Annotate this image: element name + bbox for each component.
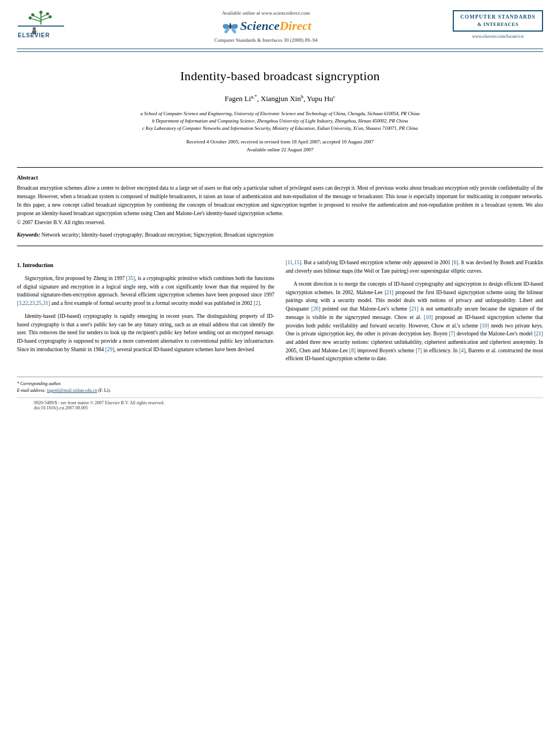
author-a-sup: a,* [251, 94, 257, 99]
journal-box-line2: & INTERFACES [457, 21, 539, 28]
ref-8: [8] [349, 348, 356, 353]
svg-line-2 [33, 15, 41, 19]
ref-10b: [10] [480, 323, 489, 329]
ref-21c: [21] [534, 331, 543, 337]
abstract-section: Abstract Broadcast encryption schemes al… [0, 174, 560, 239]
footer-copyright: 0920-5489/$ - see front matter © 2007 El… [34, 400, 526, 405]
svg-point-14 [229, 23, 231, 29]
email-label: E-mail address: [17, 388, 46, 393]
affil-b: b Department of Information and Computin… [45, 117, 515, 125]
corresponding-label: * Corresponding author. [17, 381, 62, 386]
section1-para1: Signcryption, first proposed by Zheng in… [17, 274, 274, 308]
author-c-sup: c [333, 94, 335, 99]
ref-6: [6] [452, 260, 458, 265]
available-online-text: Available online at www.sciencedirect.co… [85, 10, 447, 16]
footer-section: * Corresponding author. E-mail address: … [0, 377, 560, 394]
available-online-date: Available online 22 August 2007 [45, 146, 515, 154]
svg-point-8 [29, 16, 32, 19]
body-columns: 1. Introduction Signcryption, first prop… [0, 253, 560, 368]
author-xiangjun: , Xiangjun Xin [257, 94, 301, 103]
received-date: Received 4 October 2005; received in rev… [45, 138, 515, 146]
section1-heading: 1. Introduction [17, 261, 274, 270]
journal-box-line1: COMPUTER STANDARDS [457, 14, 539, 21]
ref-7b: [7] [415, 348, 422, 353]
ref-29: [29] [105, 347, 114, 352]
svg-point-10 [40, 11, 42, 14]
section1-para2: Identity-based (ID-based) cryptography i… [17, 312, 274, 354]
svg-point-9 [49, 15, 51, 18]
footer-doi: doi:10.1016/j.csi.2007.08.005 [34, 405, 526, 410]
svg-point-11 [33, 27, 36, 30]
keywords-text: Network security; Identity-based cryptog… [42, 232, 274, 238]
ref-4: [4] [459, 348, 465, 353]
affil-a: a School of Computer Science and Enginee… [45, 110, 515, 117]
svg-point-7 [46, 12, 49, 15]
ref-7a: [7] [449, 331, 455, 337]
sciencedirect-text: ScienceDirect [240, 19, 312, 33]
title-section: Indentity-based broadcast signcryption F… [0, 52, 560, 160]
corresponding-note: * Corresponding author. [17, 381, 543, 387]
svg-rect-0 [18, 25, 64, 27]
authors: Fagen Lia,*, Xiangjun Xinb, Yupu Huc [45, 94, 515, 103]
email-address: fagenli@mail.xidian.edu.cn [47, 388, 97, 393]
paper-title: Indentity-based broadcast signcryption [45, 69, 515, 84]
header: ELSEVIER Available online at www.science… [0, 0, 560, 43]
footer-bottom: 0920-5489/$ - see front matter © 2007 El… [17, 397, 543, 410]
email-suffix: (F. Li). [98, 388, 111, 393]
sd-butterfly-icon [221, 18, 240, 34]
email-line: E-mail address: fagenli@mail.xidian.edu.… [17, 387, 543, 394]
ref-35: [35] [126, 276, 135, 281]
ref-20: [20] [311, 306, 320, 312]
author-fagen: Fagen Li [225, 94, 251, 103]
title-rule [17, 167, 543, 168]
ref-2: [2] [253, 300, 260, 306]
affiliations: a School of Computer Science and Enginee… [45, 110, 515, 132]
ref-10a: [10] [424, 314, 433, 320]
abstract-title: Abstract [17, 174, 543, 181]
ref-21a: [21] [384, 290, 393, 295]
page: ELSEVIER Available online at www.science… [0, 0, 560, 747]
svg-text:ELSEVIER: ELSEVIER [18, 32, 50, 38]
ref-group1: [3,22,23,25,31] [17, 300, 50, 306]
section1-right-para1: [11,15]. But a satisfying ID-based encry… [286, 259, 543, 275]
header-top-rule [17, 49, 543, 49]
col-right: [11,15]. But a satisfying ID-based encry… [286, 259, 543, 368]
col-left: 1. Introduction Signcryption, first prop… [17, 259, 274, 368]
abstract-rule [17, 246, 543, 246]
copyright: © 2007 Elsevier B.V. All rights reserved… [17, 220, 543, 225]
ref-21b: [21] [409, 306, 418, 312]
header-right: COMPUTER STANDARDS & INTERFACES www.else… [453, 10, 543, 39]
abstract-text: Broadcast encryption schemes allow a cen… [17, 184, 543, 217]
sciencedirect-logo: ScienceDirect [85, 18, 447, 34]
author-yupu: , Yupu Hu [303, 94, 333, 103]
svg-line-5 [41, 18, 50, 20]
journal-box: COMPUTER STANDARDS & INTERFACES [453, 10, 543, 32]
dates: Received 4 October 2005; received in rev… [45, 138, 515, 154]
keywords-line: Keywords: Network security; Identity-bas… [17, 231, 543, 239]
keywords-label: Keywords: [17, 232, 40, 238]
elsevier-logo: ELSEVIER [17, 10, 65, 38]
section1-right-para2: A recent direction is to merge the conce… [286, 280, 543, 363]
elsevier-logo-area: ELSEVIER [17, 10, 79, 40]
journal-info: Computer Standards & Interfaces 30 (2008… [85, 37, 447, 43]
journal-url: www.elsevier.com/locate/csi [453, 34, 543, 39]
affil-c: c Key Laboratory of Computer Networks an… [45, 125, 515, 132]
ref-11-15: [11,15] [286, 260, 301, 265]
svg-point-6 [31, 13, 34, 16]
header-center: Available online at www.sciencedirect.co… [79, 10, 453, 43]
